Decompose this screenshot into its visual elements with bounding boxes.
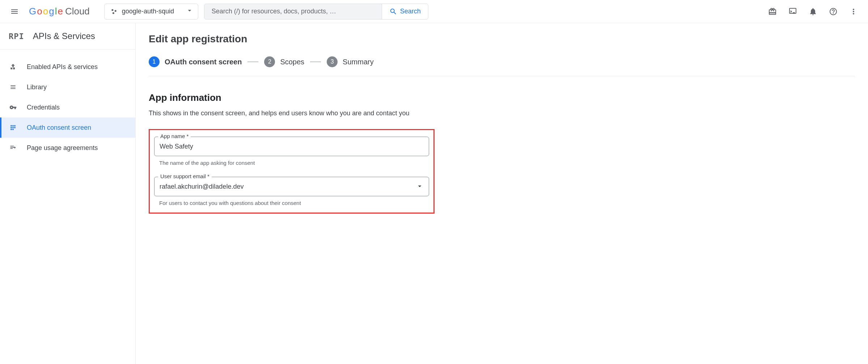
page-title: Edit app registration xyxy=(149,33,855,45)
sidebar: RPI APIs & Services Enabled APIs & servi… xyxy=(0,23,136,364)
nav-item-label: OAuth consent screen xyxy=(27,124,91,132)
nav-item-label: Credentials xyxy=(27,104,60,111)
caret-down-icon xyxy=(416,182,424,191)
more-button[interactable] xyxy=(845,3,862,20)
more-vert-icon xyxy=(849,7,858,16)
nav-item-label: Page usage agreements xyxy=(27,144,98,152)
svg-point-1 xyxy=(114,10,116,12)
consent-icon xyxy=(9,124,17,131)
library-icon xyxy=(9,83,17,91)
step-label: OAuth consent screen xyxy=(165,58,242,66)
terminal-icon xyxy=(788,7,797,16)
bell-icon xyxy=(809,7,817,16)
stepper: 1 OAuth consent screen 2 Scopes 3 Summar… xyxy=(149,56,855,76)
agreement-icon xyxy=(9,144,17,151)
top-bar: Google Cloud google-auth-squid Search xyxy=(0,0,868,23)
nav-item-label: Library xyxy=(27,83,47,91)
gift-icon xyxy=(768,7,777,16)
highlighted-fields: App name * The name of the app asking fo… xyxy=(149,129,435,214)
project-icon xyxy=(110,8,118,15)
search-button[interactable]: Search xyxy=(382,4,428,19)
app-name-input-wrap[interactable]: App name * xyxy=(154,137,429,156)
app-name-helper: The name of the app asking for consent xyxy=(154,160,429,166)
nav-item-label: Enabled APIs & services xyxy=(27,63,98,71)
step-badge: 3 xyxy=(327,56,338,67)
hamburger-icon xyxy=(10,7,19,16)
step-badge: 2 xyxy=(264,56,275,67)
step-summary[interactable]: 3 Summary xyxy=(327,56,374,67)
help-button[interactable] xyxy=(825,3,842,20)
api-icon: RPI xyxy=(9,32,24,41)
menu-button[interactable] xyxy=(6,3,23,20)
app-name-label: App name * xyxy=(158,133,191,139)
sidebar-nav: Enabled APIs & services Library Credenti… xyxy=(0,50,135,158)
project-picker[interactable]: google-auth-squid xyxy=(104,4,198,20)
support-email-select[interactable]: User support email * rafael.akchurin@dil… xyxy=(154,177,429,196)
caret-down-icon xyxy=(186,7,194,16)
section-title: App information xyxy=(149,92,855,103)
sidebar-title: APIs & Services xyxy=(33,31,95,41)
step-scopes[interactable]: 2 Scopes xyxy=(264,56,304,67)
grid-icon xyxy=(9,63,17,70)
search-icon xyxy=(389,8,397,16)
support-email-value: rafael.akchurin@diladele.dev xyxy=(160,183,416,190)
project-name: google-auth-squid xyxy=(122,8,174,15)
step-connector xyxy=(310,61,321,62)
nav-credentials[interactable]: Credentials xyxy=(0,97,135,117)
step-connector xyxy=(247,61,258,62)
step-badge: 1 xyxy=(149,56,160,67)
free-trial-button[interactable] xyxy=(764,3,781,20)
key-icon xyxy=(9,104,17,111)
cloud-shell-button[interactable] xyxy=(784,3,801,20)
field-support-email: User support email * rafael.akchurin@dil… xyxy=(154,177,429,206)
nav-oauth-consent[interactable]: OAuth consent screen xyxy=(0,117,135,138)
main-content: Edit app registration 1 OAuth consent sc… xyxy=(136,23,868,364)
field-app-name: App name * The name of the app asking fo… xyxy=(154,137,429,166)
app-name-input[interactable] xyxy=(160,143,424,150)
google-cloud-logo[interactable]: Google Cloud xyxy=(29,6,90,17)
support-email-helper: For users to contact you with questions … xyxy=(154,200,429,206)
step-label: Summary xyxy=(343,58,374,66)
svg-point-0 xyxy=(111,9,113,11)
support-email-label: User support email * xyxy=(158,173,212,179)
page-layout: RPI APIs & Services Enabled APIs & servi… xyxy=(0,23,868,364)
sidebar-header: RPI APIs & Services xyxy=(0,23,135,50)
nav-library[interactable]: Library xyxy=(0,77,135,97)
search-input[interactable] xyxy=(204,4,382,19)
search-button-label: Search xyxy=(400,8,421,15)
help-icon xyxy=(829,7,838,16)
step-label: Scopes xyxy=(280,58,304,66)
svg-point-2 xyxy=(113,12,114,14)
notifications-button[interactable] xyxy=(804,3,822,20)
nav-page-usage[interactable]: Page usage agreements xyxy=(0,138,135,158)
section-description: This shows in the consent screen, and he… xyxy=(149,108,413,118)
search-container: Search xyxy=(204,4,428,20)
nav-enabled-apis[interactable]: Enabled APIs & services xyxy=(0,57,135,77)
step-oauth-consent[interactable]: 1 OAuth consent screen xyxy=(149,56,242,67)
topbar-actions xyxy=(764,3,862,20)
